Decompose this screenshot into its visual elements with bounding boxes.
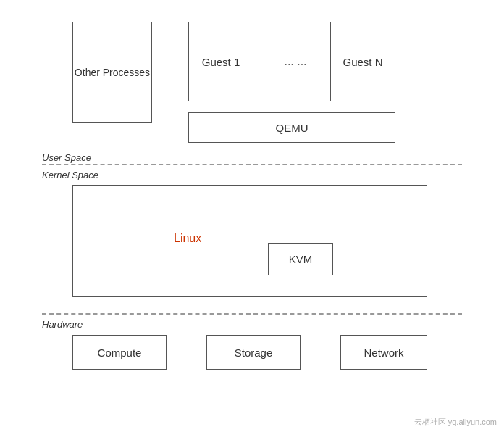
guestN-label: Guest N [343, 56, 382, 68]
kvm-label: KVM [289, 253, 313, 265]
linux-outer-box [72, 185, 427, 297]
storage-label: Storage [235, 346, 273, 359]
dots-label: ... ... [284, 55, 306, 68]
other-processes-box: Other Processes [72, 22, 152, 123]
dots-box: ... ... [266, 22, 324, 101]
compute-label: Compute [98, 346, 142, 359]
qemu-label: QEMU [276, 122, 308, 134]
guest1-box: Guest 1 [188, 22, 253, 101]
hardware-label: Hardware [42, 319, 83, 330]
kernel-space-label: Kernel Space [42, 170, 98, 180]
kvm-box: KVM [268, 243, 333, 275]
network-label: Network [364, 346, 403, 359]
user-space-label: User Space [42, 152, 91, 163]
kernel-hardware-divider [42, 313, 462, 315]
storage-box: Storage [206, 335, 301, 370]
linux-label: Linux [174, 232, 201, 245]
diagram-container: Other Processes Guest 1 ... ... Guest N … [0, 0, 504, 432]
network-box: Network [340, 335, 427, 370]
other-processes-label: Other Processes [75, 67, 150, 78]
guest1-label: Guest 1 [202, 56, 240, 68]
guestN-box: Guest N [330, 22, 395, 101]
compute-box: Compute [72, 335, 167, 370]
watermark: 云栖社区 yq.aliyun.com [414, 417, 497, 428]
user-kernel-divider [42, 164, 462, 165]
qemu-box: QEMU [188, 112, 395, 143]
